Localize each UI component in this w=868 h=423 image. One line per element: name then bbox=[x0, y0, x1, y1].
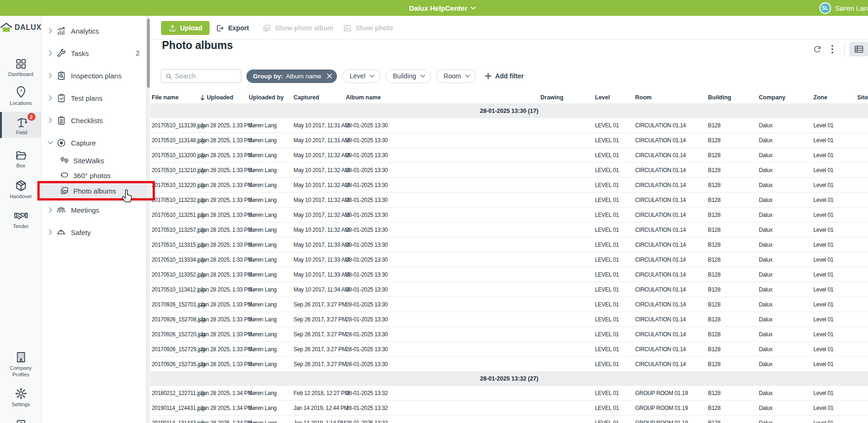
column-header-zone[interactable]: Zone bbox=[813, 94, 857, 101]
close-icon[interactable] bbox=[327, 73, 332, 79]
sidebar-label: Test plans bbox=[71, 94, 103, 102]
table-cell: Dalux bbox=[759, 197, 813, 203]
table-row[interactable]: 20170510_113139.jpgJan 28 2025, 1:33 PMS… bbox=[150, 118, 868, 133]
sidebar-item-capture[interactable]: Capture bbox=[42, 134, 146, 151]
table-row[interactable]: 20170510_113232.jpgJan 28 2025, 1:33 PMS… bbox=[150, 193, 868, 208]
export-button[interactable]: Export bbox=[216, 21, 249, 35]
table-cell: May 10 2017, 11:33 AM bbox=[294, 271, 346, 278]
table-cell: Dalux bbox=[759, 257, 813, 263]
search-box[interactable] bbox=[161, 69, 241, 83]
rail-label: Company Profiles bbox=[4, 365, 38, 378]
rail-item-settings[interactable]: Settings bbox=[0, 387, 42, 408]
sidebar-label: Checklists bbox=[71, 117, 103, 125]
column-header-album-name[interactable]: Album name bbox=[346, 94, 540, 101]
sidebar-item-analytics[interactable]: Analytics bbox=[42, 22, 146, 39]
group-header-row[interactable]: 28-01-2025 13:32 (27) bbox=[150, 372, 868, 386]
vertical-scrollbar[interactable] bbox=[146, 16, 150, 423]
column-header-building[interactable]: Building bbox=[708, 94, 759, 101]
table-cell: 28-01-2025 13:30 bbox=[346, 152, 540, 159]
group-by-chip[interactable]: Group by: Album name bbox=[246, 69, 337, 83]
chevron-down-icon bbox=[45, 141, 56, 145]
table-cell: 28-01-2025 13:30 bbox=[346, 286, 540, 293]
rail-item-field[interactable]: 2 Field bbox=[0, 112, 42, 138]
room-filter-dropdown[interactable]: Room bbox=[436, 69, 476, 83]
column-header-uploaded[interactable]: Uploaded bbox=[200, 94, 249, 101]
app-title-menu[interactable]: Dalux HelpCenter bbox=[409, 0, 476, 16]
table-row[interactable]: 20190114_124431.jpgJan 28 2025, 1:34 PMS… bbox=[150, 401, 868, 416]
table-cell: CIRCULATION 01.14 bbox=[635, 197, 708, 203]
table-row[interactable]: 20170510_113220.jpgJan 28 2025, 1:33 PMS… bbox=[150, 178, 868, 193]
kebab-menu-icon bbox=[831, 45, 833, 54]
table-cell: 28-01-2025 13:30 bbox=[346, 301, 540, 308]
rail-item-company-profiles[interactable]: Company Profiles bbox=[0, 351, 42, 378]
sidebar-item-safety[interactable]: Safety bbox=[42, 224, 146, 241]
column-header-file-name[interactable]: File name bbox=[152, 94, 200, 101]
table-row[interactable]: 20180212_122711.jpgJan 28 2025, 1:34 PMS… bbox=[150, 386, 868, 401]
sidebar-item-test-plans[interactable]: Test plans bbox=[42, 90, 146, 106]
table-row[interactable]: 20170926_152720.jpgJan 28 2025, 1:33 PMS… bbox=[150, 327, 868, 342]
sidebar-item-tasks[interactable]: Tasks 2 bbox=[42, 45, 146, 62]
table-cell: LEVEL 01 bbox=[595, 271, 635, 278]
search-input[interactable] bbox=[175, 72, 236, 80]
table-cell: Level 01 bbox=[813, 197, 857, 203]
show-photo-album-button[interactable]: Show photo album bbox=[262, 21, 333, 35]
sidebar-item-meetings[interactable]: Meetings bbox=[42, 201, 146, 218]
table-cell: Jan 28 2025, 1:33 PM bbox=[200, 316, 249, 323]
table-row[interactable]: 20170926_152735.jpgJan 28 2025, 1:33 PMS… bbox=[150, 357, 868, 372]
table-row[interactable]: 20170510_113412.jpgJan 28 2025, 1:33 PMS… bbox=[150, 282, 868, 297]
rotate-360-icon bbox=[59, 171, 70, 180]
table-cell: Level 01 bbox=[813, 271, 857, 278]
upload-button[interactable]: Upload bbox=[161, 21, 210, 35]
scrollbar-thumb[interactable] bbox=[147, 19, 150, 88]
column-header-company[interactable]: Company bbox=[759, 94, 813, 101]
table-row[interactable]: 20170926_152701.jpgJan 28 2025, 1:33 PMS… bbox=[150, 297, 868, 312]
column-header-uploaded-by[interactable]: Uploaded by bbox=[249, 94, 294, 101]
rail-item-box[interactable]: Box bbox=[0, 149, 42, 169]
rail-item-handover[interactable]: Handover bbox=[0, 179, 42, 200]
table-row[interactable]: 20170926_152708.jpgJan 28 2025, 1:33 PMS… bbox=[150, 312, 868, 327]
sidebar-item-photo-albums[interactable]: Photo albums bbox=[42, 183, 146, 198]
refresh-button[interactable] bbox=[810, 42, 825, 56]
table-row[interactable]: 20170510_113352.jpgJan 28 2025, 1:33 PMS… bbox=[150, 267, 868, 282]
rail-item-tender[interactable]: Tender bbox=[0, 210, 42, 230]
table-row[interactable]: 20170510_113257.jpgJan 28 2025, 1:33 PMS… bbox=[150, 222, 868, 237]
table-cell: 28-01-2025 13:30 bbox=[346, 122, 540, 129]
table-row[interactable]: 20190114_131443.jpgJan 28 2025, 1:34 PMS… bbox=[150, 416, 868, 423]
column-header-captured[interactable]: Captured bbox=[294, 94, 346, 101]
group-header-row[interactable]: 28-01-2025 13:30 (17) bbox=[150, 104, 868, 118]
column-header-room[interactable]: Room bbox=[635, 94, 708, 101]
safety-helmet-icon bbox=[56, 228, 67, 237]
view-mode-button[interactable] bbox=[849, 42, 868, 56]
table-row[interactable]: 20170510_113251.jpgJan 28 2025, 1:33 PMS… bbox=[150, 208, 868, 222]
column-header-level[interactable]: Level bbox=[595, 94, 635, 101]
table-row[interactable]: 20170510_113210.jpgJan 28 2025, 1:33 PMS… bbox=[150, 163, 868, 178]
table-cell: Dalux bbox=[759, 405, 813, 411]
level-filter-dropdown[interactable]: Level bbox=[342, 69, 380, 83]
table-cell: 20170926_152708.jpg bbox=[152, 316, 200, 323]
column-header-sitewalk[interactable]: SiteWalk bbox=[857, 94, 868, 101]
table-cell: 28-01-2025 13:30 bbox=[346, 257, 540, 263]
sidebar-item-inspection-plans[interactable]: Inspection plans bbox=[42, 67, 146, 84]
user-menu[interactable]: SL Søren Lang bbox=[819, 0, 868, 16]
table-row[interactable]: 20170510_113148.jpgJan 28 2025, 1:33 PMS… bbox=[150, 133, 868, 148]
dalux-logo[interactable]: DALUX bbox=[0, 22, 42, 33]
rail-item-dashboard[interactable]: Dashboard bbox=[0, 58, 42, 78]
table-cell: May 10 2017, 11:34 AM bbox=[294, 286, 346, 293]
table-row[interactable]: 20170510_113200.jpgJan 28 2025, 1:33 PMS… bbox=[150, 148, 868, 163]
table-cell: B128 bbox=[708, 316, 759, 323]
building-filter-dropdown[interactable]: Building bbox=[385, 69, 431, 83]
show-photo-button[interactable]: Show photo bbox=[343, 21, 393, 35]
table-cell: 20170510_113412.jpg bbox=[152, 286, 200, 293]
table-row[interactable]: 20170510_113315.jpgJan 28 2025, 1:33 PMS… bbox=[150, 237, 868, 252]
add-filter-button[interactable]: Add filter bbox=[485, 72, 524, 80]
column-header-drawing[interactable]: Drawing bbox=[540, 94, 595, 101]
more-options-button[interactable] bbox=[825, 42, 840, 56]
sidebar-item-sitewalks[interactable]: SiteWalks bbox=[42, 153, 146, 168]
rail-item-help[interactable]: ? Help bbox=[0, 419, 42, 423]
table-row[interactable]: 20170926_152729.jpgJan 28 2025, 1:33 PMS… bbox=[150, 342, 868, 357]
rail-item-locations[interactable]: Locations bbox=[0, 85, 42, 107]
sidebar-item-checklists[interactable]: Checklists bbox=[42, 112, 146, 129]
sidebar-item-360-photos[interactable]: 360° photos bbox=[42, 168, 146, 183]
table-cell: 28-01-2025 13:30 bbox=[346, 361, 540, 368]
table-row[interactable]: 20170510_113334.jpgJan 28 2025, 1:33 PMS… bbox=[150, 252, 868, 267]
